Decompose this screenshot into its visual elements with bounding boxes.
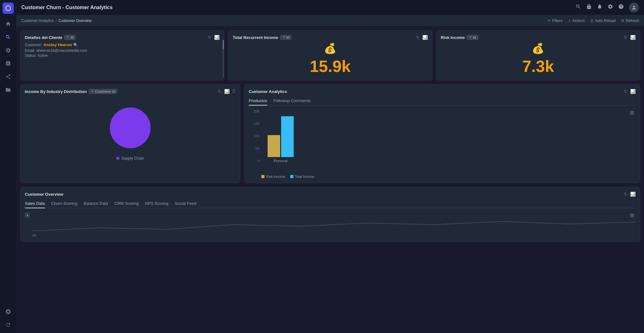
pie-legend-supply-chain: Supply Chain [116,156,144,161]
search-icon[interactable] [575,4,581,11]
analytics-chart-wrapper: ☰ 20K 15K 10K 5K 0 [249,109,636,178]
risk-income-title: Risk Income Id [441,35,478,40]
sidebar-item-reports[interactable] [3,306,14,317]
overview-tabs: Sales Data Churn Scoring Balance Data CR… [25,199,636,208]
overview-line-chart [32,212,636,237]
legend-square-total [290,175,293,178]
tab-productos[interactable]: Productos [249,96,267,106]
total-income-title: Total Recurrent Income Id [233,35,291,40]
sidebar-item-connections[interactable] [3,71,14,82]
bars-container: Personal [261,109,632,163]
total-income-header: Total Recurrent Income Id ↻ 📊 [233,35,427,40]
sidebar [0,0,16,333]
industry-table-icon[interactable]: ☰ [232,89,236,94]
filters-button[interactable]: Filters [547,19,563,23]
scrollbar-thumb [223,40,224,49]
risk-income-value: 7.3k [441,57,636,76]
total-income-refresh-icon[interactable]: ↻ [416,35,420,40]
overview-chart-area: ● ☰ 8K [25,212,636,237]
page-title: Customer Churn - Customer Analytics [21,5,572,10]
customer-details-refresh-icon[interactable]: ↻ [208,35,212,40]
customer-search-icon[interactable]: 🔍 [73,43,78,47]
tab-followup[interactable]: Followup Comments [274,96,311,106]
bar-total-income-personal [281,116,294,157]
notification-icon[interactable] [597,4,602,11]
tab-social-feed[interactable]: Social Feed [175,199,196,208]
avatar[interactable] [629,3,639,13]
app-logo[interactable] [3,3,14,14]
customer-details-title: Detalles del Cliente Id [25,35,76,40]
breadcrumb-bar: Customer Analytics / Customer Overview F… [16,15,644,26]
chart-y-labels: 20K 15K 10K 5K 0 [249,109,260,163]
lock-icon[interactable] [586,4,592,11]
customer-details-card-actions: ↻ 📊 [208,35,219,40]
total-income-chart-icon[interactable]: 📊 [422,35,428,40]
industry-refresh-icon[interactable]: ↻ [218,89,222,94]
sidebar-item-settings[interactable] [3,45,14,56]
sidebar-item-files[interactable] [3,84,14,96]
tab-crm-scoring[interactable]: CRM Scoring [114,199,139,208]
bar-risk-income-personal [268,135,280,157]
tab-churn-scoring[interactable]: Churn Scoring [51,199,77,208]
overview-chart-icon[interactable]: 📊 [630,192,636,197]
tab-sales-data[interactable]: Sales Data [25,199,45,208]
sidebar-item-search[interactable] [3,31,14,43]
customer-details-header: Detalles del Cliente Id ↻ 📊 [25,35,219,40]
sidebar-item-refresh[interactable] [3,319,14,330]
risk-income-card: Risk Income Id ↻ 📊 💰 7.3k [436,30,640,80]
breadcrumb-current: Customer Overview [58,19,92,23]
bar-group-personal: Personal [268,116,294,163]
bar-group-bars-personal [268,116,294,157]
risk-income-card-actions: ↻ 📊 [624,35,636,40]
pie-legend-dot [116,157,119,160]
svg-point-0 [110,107,151,148]
risk-income-filter-badge[interactable]: Id [467,35,478,40]
overview-card-actions: ↻ 📊 [624,192,636,197]
customer-info: Customer: Ansley Heeron 🔍 Email: aheeron… [25,42,219,58]
overview-scroll-indicator[interactable]: ● [25,213,30,218]
main-content: Customer Churn - Customer Analytics [16,0,644,333]
dashboard: Detalles del Cliente Id ↻ 📊 Customer: [16,26,644,333]
mid-row: Income By Industry Distribution Customer… [20,84,640,183]
pie-chart [105,103,155,153]
overview-refresh-icon[interactable]: ↻ [624,192,628,197]
top-header: Customer Churn - Customer Analytics [16,0,644,15]
help-icon[interactable] [618,4,624,11]
legend-risk-income: Risk Income [261,175,285,178]
customer-details-chart-icon[interactable]: 📊 [214,35,219,40]
y-axis-value: 8K [32,233,36,237]
analytics-refresh-icon[interactable]: ↻ [624,89,628,94]
risk-income-icon: 💰 [441,42,636,54]
sidebar-item-analytics[interactable] [3,58,14,69]
overview-header: Customer Overview ↻ 📊 [25,192,636,197]
customer-overview-card: Customer Overview ↻ 📊 Sales Data Churn S… [20,187,640,242]
tab-nps-scoring[interactable]: NPS Scoring [145,199,168,208]
customer-analytics-card: Customer Analytics ↻ 📊 Productos Followu… [244,84,640,183]
actions-button[interactable]: Actions [568,19,585,23]
industry-chart-icon[interactable]: 📊 [224,89,230,94]
analytics-bar-chart: 20K 15K 10K 5K 0 [249,109,632,172]
risk-income-chart-icon[interactable]: 📊 [630,35,636,40]
customer-details-filter-badge[interactable]: Id [64,35,76,40]
pie-chart-container: Supply Chain [25,96,236,164]
top-row: Detalles del Cliente Id ↻ 📊 Customer: [20,30,640,80]
refresh-button[interactable]: Refresh [621,19,639,23]
analytics-tabs: Productos Followup Comments [249,96,636,106]
total-income-icon: 💰 [233,42,427,54]
breadcrumb-parent[interactable]: Customer Analytics [21,19,54,23]
tab-balance-data[interactable]: Balance Data [84,199,108,208]
settings-icon[interactable] [608,4,613,11]
auto-reload-button[interactable]: Auto Reload [590,19,616,23]
breadcrumb: Customer Analytics / Customer Overview [21,19,92,23]
overview-table-toggle[interactable]: ☰ [630,213,634,218]
industry-filter-badge[interactable]: Customer Id [89,89,117,94]
overview-title: Customer Overview [25,192,63,197]
header-icons [575,3,639,13]
total-income-filter-badge[interactable]: Id [280,35,292,40]
analytics-chart-icon[interactable]: 📊 [630,89,636,94]
risk-income-header: Risk Income Id ↻ 📊 [441,35,636,40]
industry-card-actions: ↻ 📊 ☰ [218,89,236,94]
risk-income-refresh-icon[interactable]: ↻ [624,35,628,40]
breadcrumb-actions: Filters Actions Auto Reload Refresh [547,19,639,23]
sidebar-item-home[interactable] [3,18,14,30]
